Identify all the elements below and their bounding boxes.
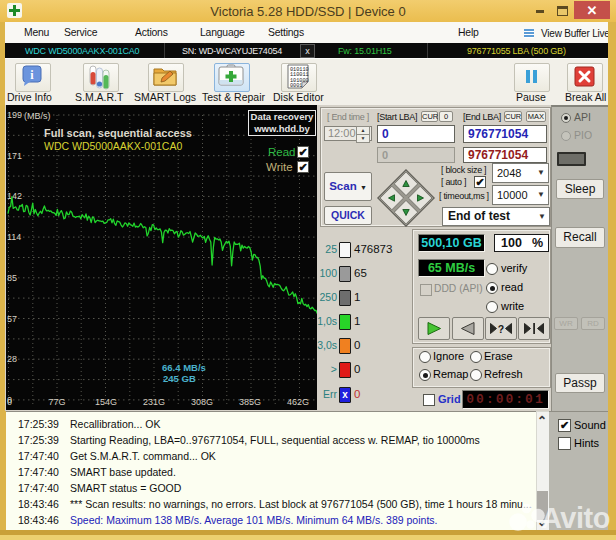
svg-text:154G: 154G [95, 397, 117, 407]
svg-text:114: 114 [7, 232, 21, 242]
svg-text:462G: 462G [287, 397, 309, 407]
svg-text:0: 0 [7, 397, 12, 407]
svg-text:?: ? [498, 323, 504, 335]
svg-text:231G: 231G [143, 397, 165, 407]
svg-text:(MB/s): (MB/s) [24, 111, 51, 121]
svg-text:57: 57 [7, 314, 17, 324]
svg-text:199: 199 [7, 110, 22, 120]
svg-text:308G: 308G [191, 397, 213, 407]
svg-text:28: 28 [7, 354, 17, 364]
svg-text:142: 142 [7, 191, 22, 201]
svg-text:77G: 77G [48, 397, 65, 407]
svg-text:0001: 0001 [290, 83, 302, 89]
svg-text:171: 171 [7, 151, 22, 161]
svg-text:385G: 385G [239, 397, 261, 407]
svg-text:85: 85 [7, 273, 17, 283]
svg-text:Avito: Avito [541, 502, 610, 534]
